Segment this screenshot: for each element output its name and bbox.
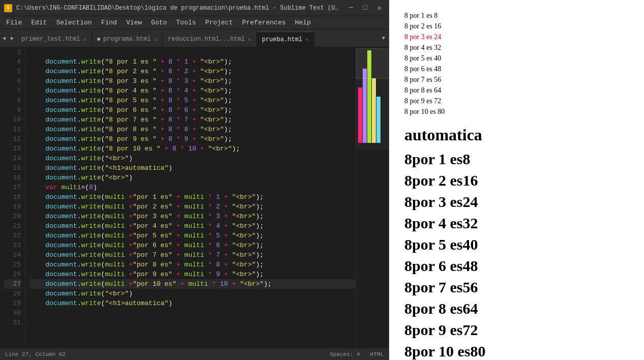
preview-line: 8 por 2 es 16 <box>404 21 629 32</box>
code-line: document.write(multi +"por 1 es" + multi… <box>30 192 356 202</box>
tab-reduccion[interactable]: reduccion.html...html ✕ <box>163 32 257 47</box>
code-line: document.write(multi +"por 5 es" + multi… <box>30 231 356 241</box>
preview-line: 8 por 4 es 32 <box>404 42 629 53</box>
code-line: document.write("8 por 5 es " + 8 * 5 + "… <box>30 96 356 105</box>
preview-line: 8 por 7 es 56 <box>404 74 629 85</box>
maximize-button[interactable]: □ <box>360 4 370 12</box>
tab-label: primer_test.html <box>21 36 80 43</box>
code-line-current: document.write(multi +"por 10 es" + mult… <box>30 279 356 289</box>
preview-line: 8 por 6 es 48 <box>404 64 629 74</box>
code-line: document.write(multi +"por 4 es" + multi… <box>30 221 356 231</box>
auto-line: 8por 7 es56 <box>404 277 629 298</box>
menu-edit[interactable]: Edit <box>27 18 51 27</box>
tab-label: reduccion.html...html <box>168 36 245 43</box>
preview-line: 8 por 3 es 24 <box>404 32 629 42</box>
spaces-indicator: Spaces: 4 <box>330 351 360 357</box>
code-line: document.write("<h1>automatica") <box>30 298 356 308</box>
minimap <box>356 47 389 348</box>
auto-heading: automatica <box>404 125 629 146</box>
menu-project[interactable]: Project <box>201 18 237 27</box>
code-line <box>30 318 356 327</box>
menu-selection[interactable]: Selection <box>52 18 96 27</box>
menu-file[interactable]: File <box>2 18 26 27</box>
code-line: document.write("<br>") <box>30 173 356 183</box>
code-line: document.write("8 por 3 es " + 8 * 3 + "… <box>30 76 356 86</box>
preview-line: 8 por 10 es 80 <box>404 106 629 117</box>
tab-modified-dot <box>97 38 100 41</box>
preview-line: 8 por 1 es 8 <box>404 10 629 21</box>
code-line: document.write("8 por 6 es " + 8 * 6 + "… <box>30 105 356 115</box>
code-line <box>30 308 356 318</box>
code-line: document.write("8 por 2 es " + 8 * 2 + "… <box>30 67 356 76</box>
code-line: document.write(multi +"por 8 es" + multi… <box>30 260 356 269</box>
code-line: document.write("<br>") <box>30 289 356 298</box>
tab-primer-test[interactable]: primer_test.html ✕ <box>16 32 92 47</box>
window-controls: ─ □ ✕ <box>346 4 385 12</box>
preview-line: 8 por 9 es 72 <box>404 96 629 106</box>
browser-preview: 8 por 1 es 8 8 por 2 es 16 8 por 3 es 24… <box>389 0 644 360</box>
cursor-position: Line 27, Column 62 <box>5 351 66 357</box>
auto-line: 8por 9 es72 <box>404 319 629 341</box>
menu-view[interactable]: View <box>122 18 146 27</box>
preview-line: 8 por 5 es 40 <box>404 53 629 64</box>
auto-line: 8por 4 es32 <box>404 213 629 234</box>
editor-panel: S C:\Users\ING-CONFIABILIDAD\Desktop\log… <box>0 0 389 360</box>
status-right: Spaces: 4 HTML <box>330 351 384 357</box>
code-line: document.write("8 por 1 es " + 8 * 1 + "… <box>30 57 356 67</box>
code-line: document.write(multi +"por 3 es" + multi… <box>30 212 356 221</box>
code-line: document.write("<br>") <box>30 154 356 163</box>
code-line: document.write("8 por 9 es " + 8 * 9 + "… <box>30 134 356 144</box>
code-line: document.write("8 por 7 es " + 8 * 7 + "… <box>30 115 356 125</box>
minimize-button[interactable]: ─ <box>346 4 356 12</box>
menu-goto[interactable]: Goto <box>147 18 171 27</box>
auto-line: 8por 10 es80 <box>404 341 629 360</box>
menu-tools[interactable]: Tools <box>172 18 200 27</box>
tab-close-icon[interactable]: ✕ <box>83 36 86 43</box>
code-line: document.write("8 por 10 es " + 8 * 10 +… <box>30 144 356 154</box>
tab-nav-right[interactable]: ▶ <box>8 29 16 47</box>
minimap-canvas <box>356 48 389 150</box>
static-output: 8 por 1 es 8 8 por 2 es 16 8 por 3 es 24… <box>404 10 629 117</box>
tab-label: programa.html <box>103 36 151 43</box>
menu-find[interactable]: Find <box>97 18 121 27</box>
code-area: 3 4 5 6 7 8 9 10 11 12 13 14 15 16 17 18… <box>0 47 389 348</box>
tab-label: prueba.html <box>262 36 302 43</box>
preview-line: 8 por 8 es 64 <box>404 85 629 96</box>
code-line: document.write("<h1>automatica") <box>30 163 356 173</box>
code-line: document.write(multi +"por 6 es" + multi… <box>30 241 356 250</box>
title-bar-text: C:\Users\ING-CONFIABILIDAD\Desktop\logic… <box>16 5 342 12</box>
code-line: document.write(multi +"por 7 es" + multi… <box>30 250 356 260</box>
tab-prueba[interactable]: prueba.html ✕ <box>257 32 314 47</box>
auto-line: 8por 8 es64 <box>404 298 629 319</box>
tab-bar: ◀ ▶ primer_test.html ✕ programa.html ✕ r… <box>0 29 389 47</box>
tab-nav-left[interactable]: ◀ <box>0 29 8 47</box>
tab-close-icon[interactable]: ✕ <box>248 36 251 43</box>
auto-line: 8por 5 es40 <box>404 234 629 255</box>
auto-line: 8por 3 es24 <box>404 191 629 213</box>
code-editor[interactable]: document.write("8 por 1 es " + 8 * 1 + "… <box>25 47 356 348</box>
title-bar: S C:\Users\ING-CONFIABILIDAD\Desktop\log… <box>0 0 389 16</box>
code-line: document.write("8 por 8 es " + 8 * 8 + "… <box>30 125 356 134</box>
menu-bar: File Edit Selection Find View Goto Tools… <box>0 16 389 29</box>
status-bar: Line 27, Column 62 Spaces: 4 HTML <box>0 348 389 360</box>
tab-close-icon[interactable]: ✕ <box>154 36 157 43</box>
auto-line: 8por 2 es16 <box>404 170 629 191</box>
code-line <box>30 47 356 57</box>
menu-help[interactable]: Help <box>291 18 315 27</box>
code-line: document.write(multi +"por 2 es" + multi… <box>30 202 356 212</box>
auto-line: 8por 6 es48 <box>404 255 629 277</box>
code-line: var multi=(8) <box>30 183 356 192</box>
auto-line: 8por 1 es8 <box>404 148 629 170</box>
tab-programa[interactable]: programa.html ✕ <box>92 32 163 47</box>
code-line: document.write("8 por 4 es " + 8 * 4 + "… <box>30 86 356 96</box>
language-indicator: HTML <box>370 351 384 357</box>
menu-preferences[interactable]: Preferences <box>238 18 290 27</box>
close-button[interactable]: ✕ <box>374 4 385 12</box>
tab-close-icon[interactable]: ✕ <box>305 36 309 43</box>
tab-overflow-button[interactable]: ▼ <box>378 29 389 47</box>
auto-output: 8por 1 es8 8por 2 es16 8por 3 es24 8por … <box>404 148 629 360</box>
code-line: document.write(multi +"por 9 es" + multi… <box>30 269 356 279</box>
line-numbers: 3 4 5 6 7 8 9 10 11 12 13 14 15 16 17 18… <box>0 47 25 348</box>
sublime-icon: S <box>4 4 12 12</box>
